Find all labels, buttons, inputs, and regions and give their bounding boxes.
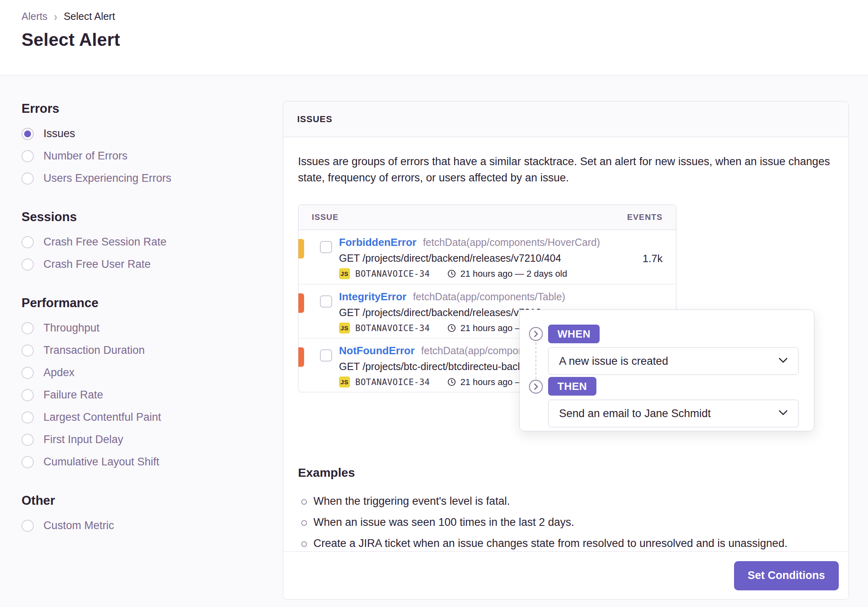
platform-javascript-badge: JS (339, 323, 350, 334)
sidebar-option[interactable]: Failure Rate (22, 384, 265, 406)
platform-javascript-badge: JS (339, 268, 350, 279)
radio-button[interactable] (22, 322, 34, 334)
select-alert-page: Alerts › Select Alert Select Alert Error… (0, 0, 868, 607)
panel-header: ISSUES (283, 101, 849, 137)
when-condition-value: A new issue is created (559, 355, 779, 368)
table-header-row: ISSUE EVENTS (298, 205, 676, 230)
sidebar-option-label: Crash Free Session Rate (43, 236, 166, 248)
radio-button[interactable] (22, 411, 34, 424)
sidebar-option[interactable]: First Input Delay (22, 428, 265, 451)
sidebar-section-errors: Errors Issues Number of Errors (22, 101, 265, 189)
issue-level-bar (298, 293, 304, 313)
issue-checkbox[interactable] (320, 295, 332, 308)
issue-transaction: GET /projects/direct/backend/releases/v7… (339, 252, 676, 264)
radio-button[interactable] (22, 236, 34, 248)
clock-icon (447, 323, 456, 333)
panel-footer: Set Conditions (283, 551, 849, 599)
sidebar-option[interactable]: Cumulative Layout Shift (22, 451, 265, 473)
sidebar-option-label: First Input Delay (43, 433, 123, 446)
when-then-overlay-card: WHEN A new issue is created THEN Send an… (519, 310, 814, 431)
issues-description: Issues are groups of errors that have a … (298, 153, 834, 186)
sidebar-option-label: Apdex (43, 366, 75, 379)
sidebar-option-label: Issues (43, 127, 75, 140)
issue-content: ForbiddenError fetchData(app/components/… (339, 230, 676, 279)
example-item: When the triggering event's level is fat… (298, 491, 834, 512)
alert-type-sidebar: Errors Issues Number of Errors (22, 101, 265, 537)
then-action-value: Send an email to Jane Schmidt (559, 407, 779, 420)
issue-events-count: 1.7k (643, 252, 663, 265)
issue-title-link[interactable]: NotFoundError (339, 344, 415, 357)
panel-header-label: ISSUES (297, 114, 333, 125)
section-heading: Errors (22, 101, 265, 117)
sidebar-option[interactable]: Throughput (22, 317, 265, 339)
chevron-right-icon: › (54, 9, 57, 24)
issue-culprit: fetchData(app/components/HoverCard) (423, 237, 600, 248)
issue-level-bar (298, 347, 304, 367)
sidebar-option-label: Failure Rate (43, 389, 103, 401)
sidebar-option[interactable]: Crash Free Session Rate (22, 231, 265, 253)
sidebar-option[interactable]: Number of Errors (22, 145, 265, 167)
issue-level-bar (298, 239, 304, 258)
radio-button[interactable] (22, 172, 34, 185)
radio-button[interactable] (22, 367, 34, 379)
issue-checkbox[interactable] (320, 349, 332, 362)
breadcrumb-alerts-link[interactable]: Alerts (22, 11, 48, 22)
sidebar-option[interactable]: Transaction Duration (22, 339, 265, 362)
radio-button[interactable] (22, 150, 34, 162)
issue-row: ForbiddenError fetchData(app/components/… (298, 230, 676, 284)
issue-title-link[interactable]: ForbiddenError (339, 236, 417, 249)
issue-age: 21 hours ago — 2 days old (460, 269, 567, 279)
radio-button[interactable] (22, 344, 34, 357)
issue-title-link[interactable]: IntegrityError (339, 291, 406, 303)
sidebar-option[interactable]: Largest Contentful Paint (22, 406, 265, 428)
radio-button[interactable] (22, 434, 34, 446)
sidebar-option[interactable]: Crash Free User Rate (22, 253, 265, 276)
sidebar-option-label: Number of Errors (43, 150, 127, 162)
circle-chevron-right-icon (529, 379, 543, 394)
examples-section: Examples When the triggering event's lev… (298, 465, 834, 554)
breadcrumb-current: Select Alert (64, 11, 115, 22)
set-conditions-button[interactable]: Set Conditions (734, 561, 839, 590)
sidebar-option-label: Throughput (43, 322, 99, 334)
clock-icon (447, 377, 456, 387)
example-item: Create a JIRA ticket when an issue chang… (298, 533, 834, 554)
circle-chevron-right-icon (529, 327, 543, 341)
project-slug: BOTANAVOICE-34 (355, 269, 430, 279)
sidebar-option-label: Custom Metric (43, 519, 114, 532)
column-header-issue: ISSUE (312, 213, 339, 222)
radio-button[interactable] (22, 456, 34, 468)
then-action-select[interactable]: Send an email to Jane Schmidt (548, 400, 799, 427)
sidebar-option-label: Cumulative Layout Shift (43, 456, 159, 468)
examples-heading: Examples (298, 465, 834, 481)
sidebar-option[interactable]: Issues (22, 123, 265, 145)
radio-button[interactable] (22, 128, 34, 140)
radio-button[interactable] (22, 389, 34, 401)
radio-button[interactable] (22, 258, 34, 271)
sidebar-option[interactable]: Apdex (22, 362, 265, 384)
sidebar-section-sessions: Sessions Crash Free Session Rate Crash F… (22, 209, 265, 276)
issue-checkbox[interactable] (320, 241, 332, 253)
section-heading: Sessions (22, 209, 265, 225)
clock-icon (447, 269, 456, 278)
chevron-down-icon (779, 357, 788, 365)
project-slug: BOTANAVOICE-34 (355, 377, 430, 387)
sidebar-option-label: Transaction Duration (43, 344, 145, 357)
breadcrumb: Alerts › Select Alert (22, 11, 868, 22)
page-title: Select Alert (22, 30, 868, 50)
page-header: Alerts › Select Alert Select Alert (0, 0, 868, 75)
issue-culprit: fetchData(app/components/Table) (413, 291, 565, 303)
radio-button[interactable] (22, 520, 34, 532)
then-badge: THEN (548, 377, 596, 396)
when-condition-select[interactable]: A new issue is created (548, 347, 799, 375)
column-header-events: EVENTS (627, 213, 663, 222)
chevron-down-icon (779, 410, 788, 417)
sidebar-option[interactable]: Users Experiencing Errors (22, 167, 265, 189)
platform-javascript-badge: JS (339, 377, 350, 387)
sidebar-option-label: Users Experiencing Errors (43, 172, 171, 185)
section-heading: Other (22, 493, 265, 509)
section-heading: Performance (22, 295, 265, 311)
sidebar-option[interactable]: Custom Metric (22, 514, 265, 537)
project-slug: BOTANAVOICE-34 (355, 323, 430, 333)
sidebar-section-performance: Performance Throughput Transaction Durat… (22, 295, 265, 473)
issues-panel: ISSUES Issues are groups of errors that … (283, 101, 849, 600)
